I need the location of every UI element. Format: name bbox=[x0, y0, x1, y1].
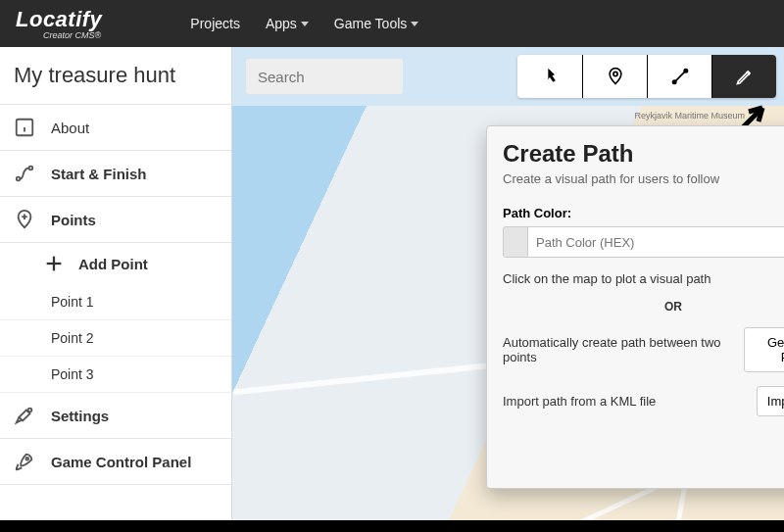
logo-text: Locatify bbox=[16, 7, 102, 31]
sidebar-item-label: Game Control Panel bbox=[51, 454, 191, 470]
create-path-modal: ✕ Create Path Create a visual path for u… bbox=[486, 125, 784, 489]
nav-item-game-tools[interactable]: Game Tools bbox=[334, 16, 418, 31]
sidebar-item-start-finish[interactable]: Start & Finish bbox=[0, 151, 231, 197]
sidebar-item-label: Start & Finish bbox=[51, 166, 147, 182]
auto-path-text: Automatically create path between two po… bbox=[503, 335, 744, 364]
tool-line[interactable] bbox=[647, 55, 711, 98]
import-path-button[interactable]: Import Path bbox=[757, 386, 784, 416]
nav-menu: Projects Apps Game Tools bbox=[190, 16, 418, 31]
main-area: OLD WEST SIDE Reykjavik Maritime Museum … bbox=[232, 47, 784, 520]
sidebar-item-label: About bbox=[51, 120, 89, 136]
sidebar-point-item[interactable]: Point 2 bbox=[0, 320, 231, 357]
route-icon bbox=[14, 163, 35, 184]
logo: Locatify Creator CMS® bbox=[16, 7, 102, 40]
tools-icon bbox=[14, 405, 35, 426]
sidebar-item-settings[interactable]: Settings bbox=[0, 393, 231, 439]
tool-pin[interactable] bbox=[582, 55, 647, 98]
sidebar-item-about[interactable]: About bbox=[0, 105, 231, 151]
nav-item-apps[interactable]: Apps bbox=[266, 16, 309, 31]
search-input[interactable] bbox=[246, 59, 403, 94]
nav-label: Apps bbox=[266, 16, 297, 31]
sidebar-point-item[interactable]: Point 1 bbox=[0, 284, 231, 320]
sidebar-item-label: Settings bbox=[51, 408, 109, 424]
svg-point-4 bbox=[29, 167, 33, 170]
svg-point-9 bbox=[28, 409, 32, 412]
svg-point-11 bbox=[612, 72, 616, 75]
click-map-text: Click on the map to plot a visual path bbox=[503, 271, 710, 286]
modal-title: Create Path bbox=[487, 126, 784, 169]
sidebar-item-game-control-panel[interactable]: Game Control Panel bbox=[0, 439, 231, 485]
plus-icon bbox=[43, 253, 65, 274]
sidebar-item-label: Points bbox=[51, 212, 96, 228]
chevron-down-icon bbox=[411, 22, 418, 26]
map-label: Reykjavik Maritime Museum bbox=[634, 111, 745, 121]
tool-draw[interactable] bbox=[711, 55, 776, 98]
map-toolbar bbox=[517, 55, 776, 98]
sidebar: My treasure hunt About Start & Finish Po… bbox=[0, 47, 232, 520]
info-icon bbox=[14, 117, 35, 138]
project-title: My treasure hunt bbox=[0, 47, 231, 105]
or-divider: OR bbox=[503, 300, 784, 314]
nav-label: Projects bbox=[190, 16, 240, 31]
top-nav: Locatify Creator CMS® Projects Apps Game… bbox=[0, 0, 784, 47]
import-path-text: Import path from a KML file bbox=[503, 394, 656, 409]
svg-point-10 bbox=[25, 458, 28, 460]
pin-plus-icon bbox=[14, 209, 35, 230]
sidebar-point-item[interactable]: Point 3 bbox=[0, 357, 231, 393]
nav-label: Game Tools bbox=[334, 16, 407, 31]
modal-subtitle: Create a visual path for users to follow bbox=[487, 169, 784, 196]
color-swatch[interactable] bbox=[503, 226, 528, 258]
rocket-icon bbox=[14, 451, 35, 472]
path-color-input[interactable] bbox=[528, 226, 784, 258]
svg-point-13 bbox=[684, 70, 687, 73]
tool-hand[interactable] bbox=[517, 55, 582, 98]
sidebar-item-label: Add Point bbox=[78, 256, 148, 272]
svg-line-14 bbox=[675, 72, 684, 80]
sidebar-item-points[interactable]: Points bbox=[0, 197, 231, 243]
generate-path-button[interactable]: Generate Path bbox=[744, 327, 784, 372]
logo-subtext: Creator CMS® bbox=[43, 30, 102, 40]
chevron-down-icon bbox=[301, 22, 309, 26]
path-color-label: Path Color: bbox=[503, 206, 784, 220]
svg-point-12 bbox=[672, 80, 675, 83]
svg-point-3 bbox=[17, 177, 21, 181]
footer-bar bbox=[0, 520, 784, 532]
sidebar-add-point[interactable]: Add Point bbox=[0, 243, 231, 284]
nav-item-projects[interactable]: Projects bbox=[190, 16, 240, 31]
